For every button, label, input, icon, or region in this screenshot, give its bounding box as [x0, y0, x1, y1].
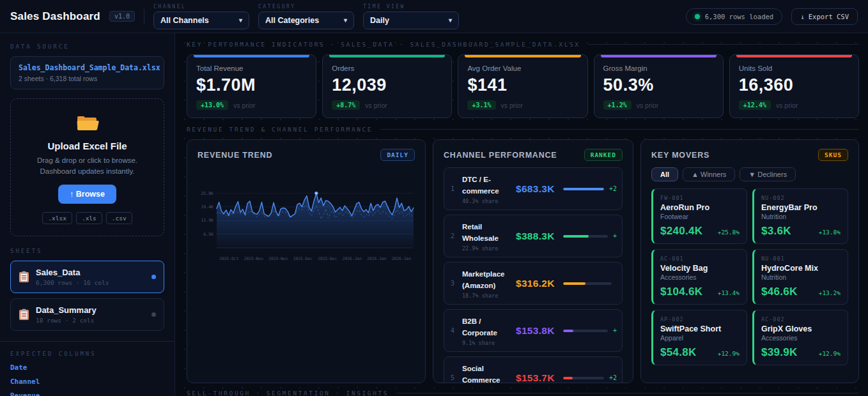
channel-bar-fill — [563, 330, 573, 332]
sku-card[interactable]: AC-001 Velocity Bag Accessories $104.6K … — [651, 249, 747, 305]
sheet-meta: 6,300 rows · 16 cols — [36, 279, 145, 286]
kpi-accent-bar — [736, 55, 852, 57]
channel-performance-panel: CHANNEL PERFORMANCE RANKED 1 DTC / E-com… — [433, 139, 633, 383]
format-pill: .xlsx — [42, 212, 72, 224]
sku-footer: $46.6K +13.2% — [761, 286, 841, 298]
upload-desc-line1: Drag & drop or click to browse. — [20, 155, 155, 166]
loaded-file-card[interactable]: Sales_Dashboard_Sample_Data.xlsx 2 sheet… — [10, 56, 164, 89]
kpi-footer: +1.2% vs prior — [603, 100, 714, 110]
trend-section-header: REVENUE TREND & CHANNEL PERFORMANCE — [187, 126, 859, 133]
file-name: Sales_Dashboard_Sample_Data.xlsx — [19, 63, 156, 72]
sheet-item[interactable]: Data_Summary 18 rows · 2 cols — [10, 298, 164, 331]
channel-value: $316.2K — [516, 278, 558, 289]
kpi-label: Total Revenue — [196, 65, 307, 72]
ranked-badge: RANKED — [584, 149, 623, 161]
svg-text:2025-Dec: 2025-Dec — [318, 256, 337, 261]
sku-card[interactable]: NU-001 HydroCore Mix Nutrition $46.6K +1… — [752, 249, 848, 305]
channel-rank: 5 — [451, 374, 457, 381]
kpi-note: vs prior — [776, 102, 798, 109]
channel-row[interactable]: 5 Social Commerce 9.1% share $153.7K +2 — [444, 356, 623, 383]
kpi-value: 16,360 — [739, 75, 849, 95]
channel-name: B2B / Corporate — [462, 317, 497, 337]
sku-footer: $240.4K +25.8% — [660, 225, 740, 238]
file-meta: 2 sheets · 6,318 total rows — [19, 75, 156, 82]
filter-group: TIME VIEW Daily ▾ — [363, 4, 459, 29]
channel-name-block: DTC / E-commerce 40.3% share — [462, 173, 511, 204]
svg-text:2026-Jan: 2026-Jan — [367, 256, 387, 261]
sku-code: AC-001 — [660, 255, 740, 262]
svg-text:2026-Jan: 2026-Jan — [392, 256, 412, 261]
channel-rank: 3 — [451, 280, 457, 287]
kpi-note: vs prior — [365, 102, 387, 109]
filter-label: CHANNEL — [153, 4, 249, 10]
filter-select[interactable]: All Categories ▾ — [258, 11, 354, 29]
sheet-meta: 18 rows · 2 cols — [36, 317, 145, 324]
sheet-name: Data_Summary — [36, 305, 145, 315]
app-title: Sales Dashboard — [10, 10, 100, 23]
format-pill: .xls — [76, 212, 102, 224]
channel-rank: 2 — [451, 232, 457, 240]
sku-change: +13.4% — [718, 289, 740, 296]
channel-rank: 1 — [451, 185, 457, 192]
movers-filter-pill[interactable]: All — [651, 167, 678, 181]
sheet-status-dot — [151, 275, 156, 279]
key-movers-filters: All ▲ Winners ▼ Decliners — [651, 167, 848, 181]
status-dot-icon — [695, 14, 700, 19]
sku-card[interactable]: AP-002 SwiftPace Short Apparel $54.8K +1… — [651, 310, 747, 365]
channel-value: $153.8K — [516, 325, 558, 337]
sidebar-divider — [0, 341, 174, 342]
header-divider — [144, 9, 144, 24]
kpi-card: Avg Order Value $141 +3.1% vs prior — [458, 54, 587, 118]
sku-card[interactable]: FW-001 AeroRun Pro Footwear $240.4K +25.… — [651, 188, 747, 244]
sku-footer: $3.6K +13.8% — [761, 225, 841, 238]
channel-name-block: Social Commerce 9.1% share — [462, 362, 511, 383]
upload-dropzone[interactable]: Upload Excel File Drag & drop or click t… — [10, 98, 164, 236]
kpi-accent-bar — [465, 55, 580, 57]
movers-filter-pill[interactable]: ▲ Winners — [683, 167, 735, 181]
channel-change-clipped: + — [613, 327, 617, 334]
browse-button[interactable]: ↑ Browse — [58, 185, 116, 204]
sku-category: Apparel — [660, 334, 740, 342]
sheet-info: Data_Summary 18 rows · 2 cols — [36, 305, 145, 324]
folder-icon — [76, 114, 99, 132]
sku-name: GripX Gloves — [761, 324, 841, 333]
filter-label: TIME VIEW — [363, 4, 459, 10]
revenue-trend-chart-wrap: 25.8K19.4K12.9K6.5K2025-Oct2025-Nov2025-… — [198, 185, 416, 263]
section-rule — [396, 393, 859, 393]
format-pill: .csv — [106, 212, 132, 224]
filter-select[interactable]: Daily ▾ — [363, 11, 459, 29]
channel-share: 18.7% share — [462, 293, 511, 299]
sku-change: +13.8% — [819, 229, 841, 236]
kpi-label: Units Sold — [739, 65, 849, 72]
channel-row[interactable]: 4 B2B / Corporate 9.1% share $153.8K + — [444, 309, 623, 352]
sku-card[interactable]: AC-002 GripX Gloves Accessories $39.9K +… — [752, 310, 848, 365]
kpi-footer: +12.4% vs prior — [739, 100, 849, 110]
kpi-footer: +13.0% vs prior — [196, 100, 307, 110]
kpi-card: Orders 12,039 +8.7% vs prior — [322, 54, 452, 118]
channel-bar-track — [563, 188, 604, 190]
channel-bar-fill — [563, 188, 604, 190]
svg-text:2025-Nov: 2025-Nov — [268, 256, 288, 261]
channel-name: Marketplace (Amazon) — [462, 270, 504, 289]
filter-select[interactable]: All Channels ▾ — [153, 11, 249, 29]
kpi-note: vs prior — [637, 102, 658, 109]
section-rule — [588, 44, 859, 45]
movers-filter-pill[interactable]: ▼ Decliners — [740, 167, 796, 181]
revenue-trend-title: REVENUE TREND — [198, 151, 272, 160]
sku-card[interactable]: NU-002 EnergyBar Pro Nutrition $3.6K +13… — [752, 188, 848, 244]
channel-row[interactable]: 1 DTC / E-commerce 40.3% share $683.3K +… — [444, 167, 623, 210]
kpi-change-badge: +13.0% — [196, 100, 228, 110]
channel-row[interactable]: 2 Retail Wholesale 22.9% share $388.3K + — [444, 215, 623, 257]
svg-text:2026-Jan: 2026-Jan — [343, 256, 362, 261]
trend-section-title: REVENUE TREND & CHANNEL PERFORMANCE — [187, 126, 373, 133]
expected-column-item: Channel — [10, 377, 164, 386]
sheet-item[interactable]: Sales_Data 6,300 rows · 16 cols — [10, 261, 164, 293]
export-csv-button[interactable]: ↓ Export CSV — [791, 8, 858, 25]
kpi-accent-bar — [601, 55, 717, 57]
app-shell: DATA SOURCE Sales_Dashboard_Sample_Data.… — [0, 33, 868, 396]
filter-group: CHANNEL All Channels ▾ — [153, 4, 249, 29]
channel-row[interactable]: 3 Marketplace (Amazon) 18.7% share $316.… — [444, 262, 623, 305]
channel-value: $683.3K — [516, 183, 558, 195]
channel-performance-title: CHANNEL PERFORMANCE — [444, 151, 557, 160]
channel-name: Social Commerce — [462, 365, 500, 383]
